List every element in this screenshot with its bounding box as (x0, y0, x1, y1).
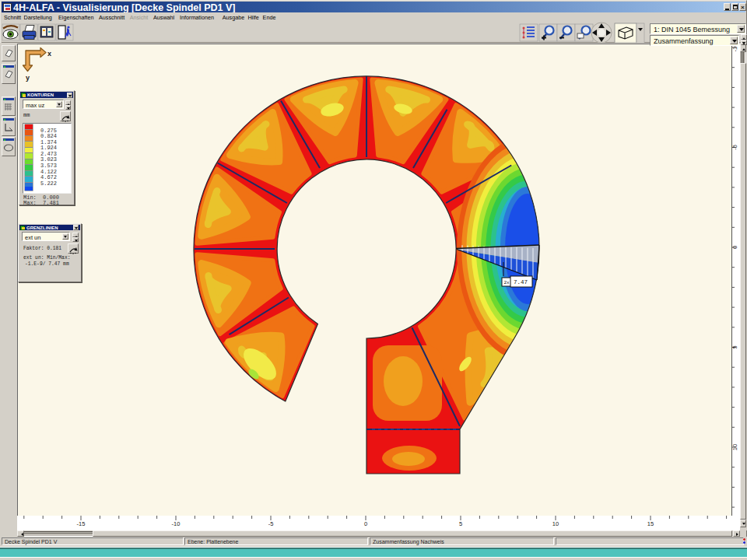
svg-text:0: 0 (731, 246, 738, 249)
svg-text:0: 0 (364, 520, 367, 527)
svg-text:-5: -5 (731, 145, 738, 150)
svg-text:10: 10 (552, 520, 559, 527)
svg-text:2x: 2x (504, 280, 510, 285)
svg-text:-15: -15 (77, 520, 86, 527)
svg-text:-5: -5 (268, 520, 274, 527)
svg-text:7.47: 7.47 (514, 279, 528, 285)
svg-text:5: 5 (731, 345, 738, 348)
svg-text:10: 10 (731, 444, 738, 450)
svg-text:15: 15 (647, 520, 654, 527)
svg-text:-10: -10 (172, 520, 181, 527)
svg-text:5: 5 (459, 520, 462, 527)
